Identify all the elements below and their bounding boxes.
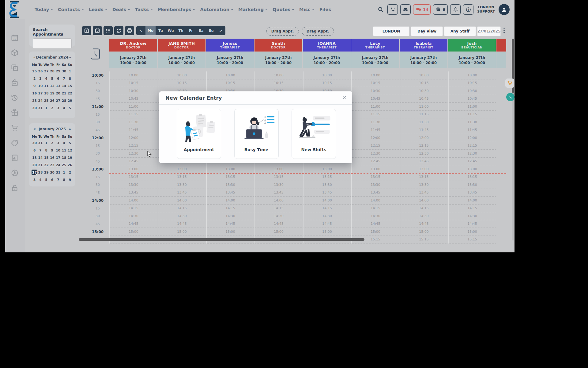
time-slot-cell[interactable]: 13:00 [158, 165, 205, 173]
prev-day-button[interactable]: < [136, 26, 145, 35]
time-slot-cell[interactable]: 11:00 [352, 103, 399, 111]
day-cell[interactable]: 23 [49, 162, 55, 168]
time-slot-cell[interactable]: 15:00 [400, 228, 447, 236]
time-slot-cell[interactable]: 13:45 [110, 189, 157, 197]
nav-item-quotes[interactable]: Quotes [273, 7, 295, 12]
day-cell[interactable]: 5 [43, 177, 49, 182]
sidebar-item-copy[interactable] [10, 63, 19, 72]
time-slot-cell[interactable]: 12:15 [400, 142, 447, 150]
day-cell[interactable]: 13 [32, 155, 37, 160]
sidebar-item-history[interactable] [10, 93, 19, 102]
floating-cart-button[interactable] [505, 79, 514, 88]
time-slot-cell[interactable]: 11:30 [110, 118, 157, 126]
day-cell[interactable]: 4 [61, 140, 67, 146]
day-cell[interactable]: 15 [43, 155, 49, 160]
time-slot-cell[interactable]: 14:30 [207, 212, 254, 220]
time-slot-cell[interactable]: 13:45 [207, 189, 254, 197]
day-cell[interactable]: 12 [49, 83, 55, 89]
toolbar-button-calendar-plus[interactable] [82, 26, 91, 35]
day-cell[interactable]: 2 [67, 170, 73, 175]
day-cell[interactable]: 27 [55, 98, 61, 103]
time-slot-cell[interactable]: 13:45 [158, 189, 205, 197]
day-cell[interactable]: 9 [49, 148, 55, 153]
nav-item-deals[interactable]: Deals [112, 7, 130, 12]
time-slot-cell[interactable]: 10:00 [158, 71, 205, 79]
nav-item-contacts[interactable]: Contacts [58, 7, 84, 12]
time-slot-cell[interactable]: 14:15 [255, 205, 302, 213]
time-slot-cell[interactable]: 12:30 [352, 150, 399, 158]
drag-appt-button-2[interactable]: Drag Appt. [302, 27, 334, 36]
time-slot-cell[interactable]: 13:15 [110, 173, 157, 181]
time-slot-cell[interactable]: 10:00 [303, 71, 351, 79]
day-cell[interactable]: 18 [61, 155, 67, 160]
day-cell[interactable]: 1 [43, 140, 49, 146]
sidebar-item-lock[interactable] [10, 183, 19, 193]
time-slot-cell[interactable]: 14:30 [449, 212, 496, 220]
time-slot-cell[interactable]: 10:00 [352, 71, 399, 79]
time-slot-cell[interactable]: 13:00 [255, 165, 302, 173]
sidebar-item-shopping-bag[interactable] [10, 78, 19, 87]
day-cell[interactable]: 9 [67, 177, 73, 182]
time-slot-cell[interactable]: 13:45 [303, 189, 351, 197]
time-slot-cell[interactable]: 15:00 [207, 228, 254, 236]
time-slot-cell[interactable]: 10:15 [110, 79, 157, 87]
time-slot-cell[interactable]: 13:30 [207, 181, 254, 189]
day-cell[interactable]: 15 [67, 83, 73, 89]
day-cell[interactable]: 5 [49, 76, 55, 81]
time-slot-cell[interactable]: 10:45 [110, 95, 157, 103]
time-slot-cell[interactable]: 14:00 [255, 197, 302, 205]
toolbar-button-refresh[interactable] [114, 26, 123, 35]
time-slot-cell[interactable]: 13:45 [255, 189, 302, 197]
day-cell[interactable]: 19 [49, 90, 55, 96]
nav-item-marketing[interactable]: Marketing [238, 7, 268, 12]
day-cell[interactable]: 29 [43, 170, 49, 175]
day-cell[interactable]: 5 [67, 105, 73, 111]
day-cell[interactable]: 22 [43, 162, 49, 168]
time-slot-cell[interactable]: 15:00 [303, 228, 351, 236]
time-slot-cell[interactable]: 13:15 [255, 173, 302, 181]
time-slot-cell[interactable]: 13:15 [352, 173, 399, 181]
day-cell[interactable]: 31 [55, 170, 61, 175]
time-slot-cell[interactable]: 14:00 [207, 197, 254, 205]
day-cell[interactable]: 24 [55, 162, 61, 168]
time-slot-cell[interactable]: 11:45 [449, 126, 496, 134]
time-slot-cell[interactable]: 13:15 [400, 173, 447, 181]
day-cell[interactable]: 27 [43, 68, 49, 74]
day-cell[interactable]: 1 [67, 68, 73, 74]
day-cell[interactable]: 27 [32, 170, 37, 175]
phone-button[interactable] [387, 4, 398, 15]
time-slot-cell[interactable]: 11:15 [110, 111, 157, 119]
time-slot-cell[interactable]: 13:30 [449, 181, 496, 189]
time-slot-cell[interactable]: 12:15 [110, 142, 157, 150]
store-button[interactable]: 8 [433, 4, 448, 15]
modal-option-appointment[interactable]: Appointment [177, 109, 221, 159]
time-slot-cell[interactable]: 10:00 [110, 71, 157, 79]
time-slot-cell[interactable]: 12:30 [449, 150, 496, 158]
time-slot-cell[interactable]: 14:45 [255, 220, 302, 228]
time-slot-cell[interactable]: 11:45 [352, 126, 399, 134]
day-cell[interactable]: 20 [55, 90, 61, 96]
time-slot-cell[interactable]: 13:00 [303, 165, 351, 173]
time-slot-cell[interactable]: 12:00 [449, 134, 496, 142]
day-cell[interactable]: 25 [61, 162, 67, 168]
time-slot-cell[interactable]: 14:15 [158, 205, 205, 213]
day-cell[interactable]: 7 [37, 148, 43, 153]
day-cell[interactable]: 8 [43, 148, 49, 153]
prev-month-button[interactable]: « [33, 127, 36, 131]
time-slot-cell[interactable]: 14:30 [158, 212, 205, 220]
sidebar-item-calendar-date[interactable]: 12 [10, 33, 19, 42]
day-cell[interactable]: 26 [49, 98, 55, 103]
floating-phone-button[interactable] [506, 93, 514, 101]
time-slot-cell[interactable]: 10:15 [449, 79, 496, 87]
time-slot-cell[interactable]: 14:00 [110, 197, 157, 205]
day-cell[interactable]: 10 [37, 83, 43, 89]
time-slot-cell[interactable]: 15:00 [158, 228, 205, 236]
drag-appt-button-1[interactable]: Drag Appt. [266, 27, 299, 36]
location-select[interactable]: LONDON [373, 26, 409, 36]
sidebar-item-tag[interactable] [10, 138, 19, 148]
time-slot-cell[interactable]: 12:45 [110, 158, 157, 166]
time-slot-cell[interactable]: 14:00 [352, 197, 399, 205]
day-cell[interactable]: 30 [32, 140, 37, 146]
time-slot-cell[interactable]: 14:45 [207, 220, 254, 228]
time-slot-cell[interactable]: 12:45 [400, 158, 447, 166]
